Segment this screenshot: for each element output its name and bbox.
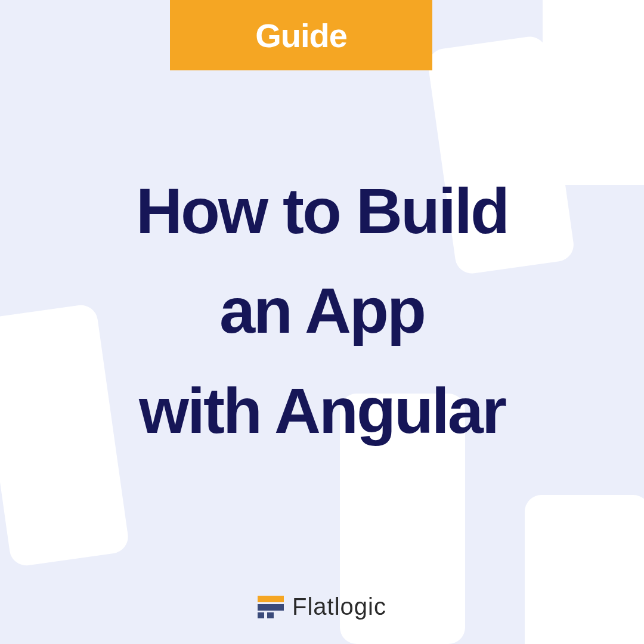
decorative-shape: [525, 495, 644, 644]
brand-name: Flatlogic: [292, 593, 386, 620]
main-title: How to Build an App with Angular: [0, 161, 644, 460]
category-badge: Guide: [170, 0, 432, 70]
title-line-2: an App: [36, 261, 608, 360]
footer-brand: Flatlogic: [0, 593, 644, 620]
flatlogic-logo-icon: [258, 596, 284, 618]
title-line-3: with Angular: [36, 361, 608, 460]
badge-label: Guide: [255, 16, 347, 55]
title-line-1: How to Build: [36, 161, 608, 261]
